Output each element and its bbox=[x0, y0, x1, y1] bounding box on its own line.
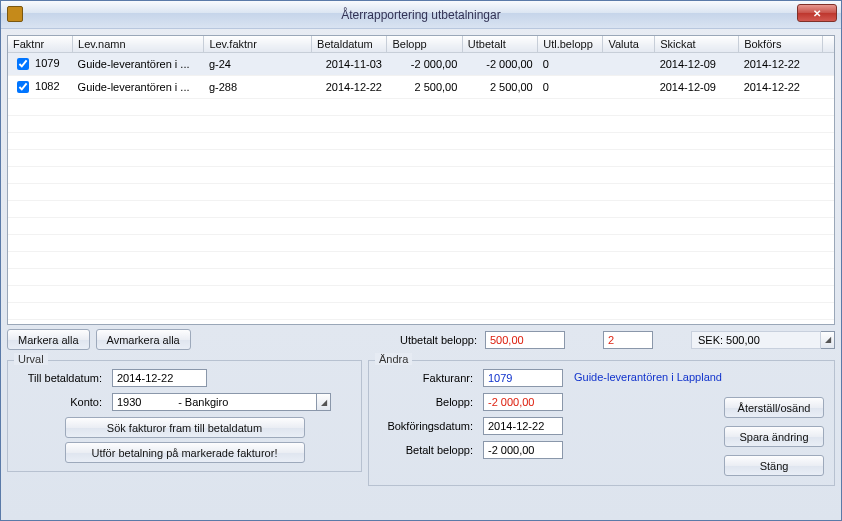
utbetalt-amount-input[interactable] bbox=[485, 331, 565, 349]
window: Återrapportering utbetalningar ✕ Faktnr … bbox=[0, 0, 842, 521]
close-icon: ✕ bbox=[813, 8, 821, 19]
row-checkbox[interactable] bbox=[17, 58, 29, 70]
table-row[interactable]: 1082Guide-leverantören i ...g-2882014-12… bbox=[8, 76, 834, 99]
close-button[interactable]: ✕ bbox=[797, 4, 837, 22]
utbetalt-count-input[interactable] bbox=[603, 331, 653, 349]
bokforingsdatum-label: Bokföringsdatum: bbox=[377, 420, 477, 432]
table-row[interactable]: 1079Guide-leverantören i ...g-242014-11-… bbox=[8, 53, 834, 76]
table-row bbox=[8, 116, 834, 133]
supplier-name: Guide-leverantören i Lappland bbox=[569, 369, 759, 387]
table-row bbox=[8, 235, 834, 252]
table-row bbox=[8, 167, 834, 184]
col-levfaktnr[interactable]: Lev.faktnr bbox=[204, 36, 312, 53]
execute-payment-button[interactable]: Utför betalning på markerade fakturor! bbox=[65, 442, 305, 463]
table-row bbox=[8, 201, 834, 218]
row-checkbox[interactable] bbox=[17, 81, 29, 93]
utbetalt-label: Utbetalt belopp: bbox=[400, 334, 477, 346]
betalt-belopp-input[interactable] bbox=[483, 441, 563, 459]
urval-title: Urval bbox=[14, 353, 48, 365]
till-betaldatum-label: Till betaldatum: bbox=[16, 372, 106, 384]
search-invoices-button[interactable]: Sök fakturor fram till betaldatum bbox=[65, 417, 305, 438]
titlebar: Återrapportering utbetalningar ✕ bbox=[1, 1, 841, 29]
chevron-down-icon[interactable]: ◢ bbox=[821, 331, 835, 349]
mark-all-button[interactable]: Markera alla bbox=[7, 329, 90, 350]
table-row bbox=[8, 99, 834, 116]
table-row bbox=[8, 303, 834, 320]
betalt-belopp-label: Betalt belopp: bbox=[377, 444, 477, 456]
save-button[interactable]: Spara ändring bbox=[724, 426, 824, 447]
reset-button[interactable]: Återställ/osänd bbox=[724, 397, 824, 418]
belopp-input[interactable] bbox=[483, 393, 563, 411]
till-betaldatum-input[interactable] bbox=[112, 369, 207, 387]
chevron-down-icon[interactable]: ◢ bbox=[317, 393, 331, 411]
col-faktnr[interactable]: Faktnr bbox=[8, 36, 73, 53]
grid-header-row: Faktnr Lev.namn Lev.faktnr Betaldatum Be… bbox=[8, 36, 834, 53]
konto-input[interactable] bbox=[112, 393, 317, 411]
col-valuta[interactable]: Valuta bbox=[603, 36, 655, 53]
col-empty bbox=[823, 36, 834, 53]
table-row bbox=[8, 184, 834, 201]
unmark-all-button[interactable]: Avmarkera alla bbox=[96, 329, 191, 350]
table-row bbox=[8, 286, 834, 303]
konto-label: Konto: bbox=[16, 396, 106, 408]
table-row bbox=[8, 133, 834, 150]
col-utlbelopp[interactable]: Utl.belopp bbox=[538, 36, 603, 53]
col-belopp[interactable]: Belopp bbox=[387, 36, 462, 53]
urval-group: Urval Till betaldatum: Konto: ◢ Sök fakt… bbox=[7, 360, 362, 472]
app-icon bbox=[7, 6, 23, 22]
col-skickat[interactable]: Skickat bbox=[655, 36, 739, 53]
table-row bbox=[8, 218, 834, 235]
close-button-bottom[interactable]: Stäng bbox=[724, 455, 824, 476]
window-title: Återrapportering utbetalningar bbox=[341, 8, 500, 22]
utbetalt-status: SEK: 500,00 bbox=[691, 331, 821, 349]
col-levnamn[interactable]: Lev.namn bbox=[73, 36, 204, 53]
col-betaldatum[interactable]: Betaldatum bbox=[312, 36, 387, 53]
table-row bbox=[8, 269, 834, 286]
table-row bbox=[8, 150, 834, 167]
col-utbetalt[interactable]: Utbetalt bbox=[462, 36, 537, 53]
belopp-label: Belopp: bbox=[377, 396, 477, 408]
fakturanr-input[interactable] bbox=[483, 369, 563, 387]
fakturanr-label: Fakturanr: bbox=[377, 372, 477, 384]
andra-title: Ändra bbox=[375, 353, 412, 365]
andra-group: Ändra Fakturanr: Guide-leverantören i La… bbox=[368, 360, 835, 486]
grid[interactable]: Faktnr Lev.namn Lev.faktnr Betaldatum Be… bbox=[7, 35, 835, 325]
col-bokfors[interactable]: Bokförs bbox=[739, 36, 823, 53]
bokforingsdatum-input[interactable] bbox=[483, 417, 563, 435]
body: Faktnr Lev.namn Lev.faktnr Betaldatum Be… bbox=[1, 29, 841, 520]
table-row bbox=[8, 252, 834, 269]
